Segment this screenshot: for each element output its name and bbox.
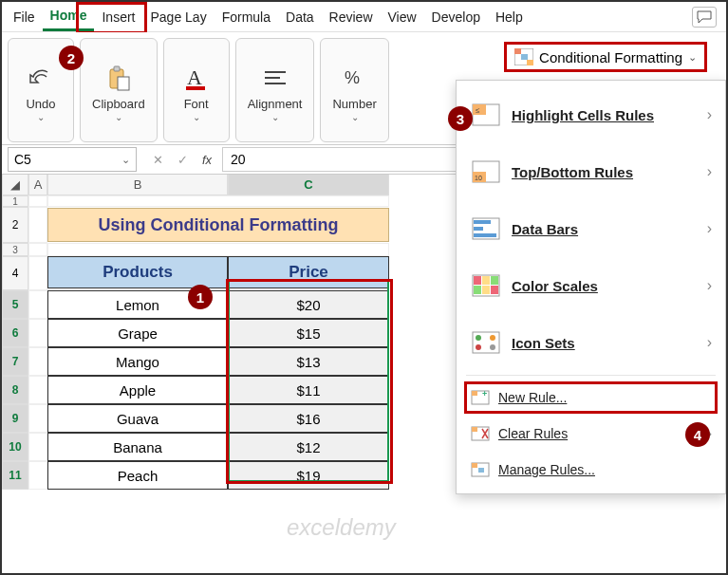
cell[interactable] xyxy=(47,243,389,256)
row-header[interactable]: 5 xyxy=(2,290,28,319)
number-label: Number xyxy=(332,98,376,111)
cell-price[interactable]: $11 xyxy=(228,376,389,404)
watermark: exceldemy xyxy=(287,514,396,541)
chevron-right-icon: › xyxy=(707,163,712,180)
conditional-formatting-button[interactable]: Conditional Formatting ⌄ xyxy=(504,42,707,72)
svg-rect-21 xyxy=(474,227,483,231)
row-header[interactable]: 6 xyxy=(2,319,28,347)
cell[interactable] xyxy=(28,319,47,347)
ribbon-group-number[interactable]: % Number ⌄ xyxy=(320,38,388,142)
chevron-down-icon: ⌄ xyxy=(351,112,359,122)
svg-text:+: + xyxy=(482,390,487,399)
cell[interactable] xyxy=(28,195,47,207)
cell[interactable] xyxy=(28,433,47,461)
cell-price[interactable]: $20 xyxy=(228,290,389,319)
select-all-corner[interactable]: ◢ xyxy=(2,175,28,195)
ribbon-group-alignment[interactable]: Alignment ⌄ xyxy=(235,38,315,142)
tab-formulas[interactable]: Formula xyxy=(215,4,278,30)
cancel-icon[interactable]: ✕ xyxy=(148,153,167,167)
undo-label: Undo xyxy=(26,98,55,111)
comments-icon[interactable] xyxy=(692,7,717,28)
row-header-2[interactable]: 2 xyxy=(2,207,28,243)
svg-rect-24 xyxy=(474,276,481,285)
menu-new-rule[interactable]: + New Rule... xyxy=(457,380,725,416)
svg-point-31 xyxy=(476,335,481,341)
tab-view[interactable]: View xyxy=(381,4,424,30)
menu-highlight-cells-rules[interactable]: ≤ Highlight Cells Rules › xyxy=(457,86,725,143)
svg-rect-4 xyxy=(186,86,205,90)
svg-text:10: 10 xyxy=(475,175,482,181)
chevron-right-icon: › xyxy=(707,334,712,351)
accept-icon[interactable]: ✓ xyxy=(173,153,192,167)
chevron-down-icon: ⌄ xyxy=(115,112,122,122)
cell-price[interactable]: $12 xyxy=(228,433,389,461)
fx-icon[interactable]: fx xyxy=(197,153,216,167)
cell-product[interactable]: Guava xyxy=(47,404,228,433)
cell-product[interactable]: Peach xyxy=(47,461,228,490)
svg-point-32 xyxy=(490,335,495,341)
row-header[interactable]: 7 xyxy=(2,347,28,376)
menu-manage-rules[interactable]: Manage Rules... xyxy=(457,452,725,488)
svg-point-34 xyxy=(490,344,495,350)
ribbon-group-font[interactable]: A Font ⌄ xyxy=(163,38,230,142)
row-header[interactable]: 10 xyxy=(2,433,28,461)
col-header-c[interactable]: C xyxy=(228,175,389,195)
new-rule-icon: + xyxy=(470,389,491,406)
highlight-cells-icon: ≤ xyxy=(470,102,502,128)
svg-text:≤: ≤ xyxy=(476,106,480,115)
menu-icon-sets[interactable]: Icon Sets › xyxy=(457,314,725,371)
svg-rect-22 xyxy=(474,233,496,237)
header-price[interactable]: Price xyxy=(228,256,389,288)
tab-file[interactable]: File xyxy=(6,4,43,30)
header-products[interactable]: Products xyxy=(47,256,228,288)
col-header-a[interactable]: A xyxy=(28,175,47,195)
svg-rect-20 xyxy=(474,220,491,224)
cell[interactable] xyxy=(28,290,47,319)
cell-price[interactable]: $15 xyxy=(228,319,389,347)
cell[interactable] xyxy=(28,461,47,490)
tab-insert[interactable]: Insert xyxy=(94,4,142,30)
chevron-down-icon: ⌄ xyxy=(37,112,45,122)
cell[interactable] xyxy=(28,256,47,290)
menu-top-bottom-rules[interactable]: 10 Top/Bottom Rules › xyxy=(457,143,725,200)
row-header-4[interactable]: 4 xyxy=(2,256,28,290)
tab-page-layout[interactable]: Page Lay xyxy=(142,4,214,30)
cell[interactable] xyxy=(28,376,47,404)
cell-product[interactable]: Apple xyxy=(47,376,228,404)
cell-price[interactable]: $13 xyxy=(228,347,389,376)
ribbon-group-clipboard[interactable]: Clipboard ⌄ xyxy=(80,38,158,142)
cell[interactable] xyxy=(47,195,389,207)
menu-label: Color Scales xyxy=(512,278,701,294)
cell[interactable] xyxy=(28,207,47,243)
col-header-b[interactable]: B xyxy=(47,175,228,195)
font-label: Font xyxy=(184,98,209,111)
row-header-3[interactable]: 3 xyxy=(2,243,28,256)
tab-review[interactable]: Review xyxy=(322,4,381,30)
callout-2: 2 xyxy=(59,46,84,70)
cell[interactable] xyxy=(28,347,47,376)
row-header[interactable]: 9 xyxy=(2,404,28,433)
chevron-down-icon: ⌄ xyxy=(688,51,697,64)
svg-point-33 xyxy=(476,344,481,350)
tab-help[interactable]: Help xyxy=(488,4,531,30)
cell-product[interactable]: Banana xyxy=(47,433,228,461)
cell-price[interactable]: $19 xyxy=(228,461,389,490)
cell-price[interactable]: $16 xyxy=(228,404,389,433)
svg-rect-26 xyxy=(491,276,498,285)
title-banner[interactable]: Using Conditional Formatting xyxy=(47,208,389,242)
row-header-1[interactable]: 1 xyxy=(2,195,28,207)
cell[interactable] xyxy=(28,243,47,256)
row-header[interactable]: 11 xyxy=(2,461,28,490)
menu-label: Highlight Cells Rules xyxy=(512,107,701,123)
svg-rect-1 xyxy=(114,66,120,71)
menu-data-bars[interactable]: Data Bars › xyxy=(457,200,725,257)
menu-color-scales[interactable]: Color Scales › xyxy=(457,257,725,314)
tab-home[interactable]: Home xyxy=(43,2,95,31)
tab-developer[interactable]: Develop xyxy=(424,4,488,30)
tab-data[interactable]: Data xyxy=(278,4,322,30)
cell-product[interactable]: Mango xyxy=(47,347,228,376)
cell[interactable] xyxy=(28,404,47,433)
row-header[interactable]: 8 xyxy=(2,376,28,404)
cell-product[interactable]: Grape xyxy=(47,319,228,347)
name-box[interactable]: C5 ⌄ xyxy=(8,147,137,172)
